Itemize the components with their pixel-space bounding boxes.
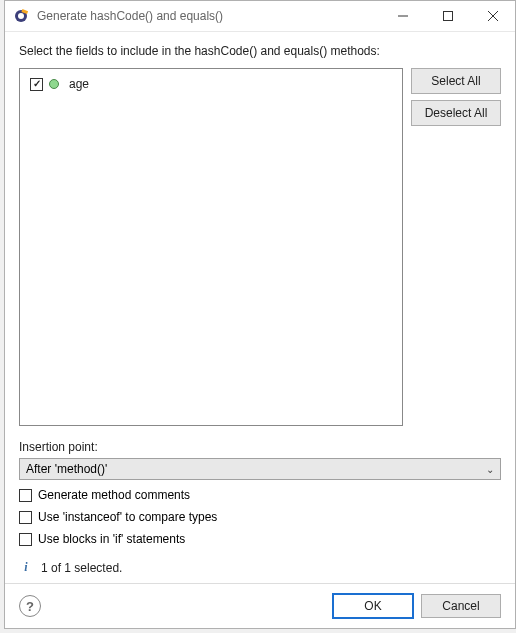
insertion-point-value: After 'method()': [26, 462, 107, 476]
svg-point-1: [18, 13, 24, 19]
titlebar: Generate hashCode() and equals(): [5, 1, 515, 32]
insertion-point-combo[interactable]: After 'method()' ⌄: [19, 458, 501, 480]
option-label: Generate method comments: [38, 488, 190, 502]
cancel-button[interactable]: Cancel: [421, 594, 501, 618]
field-item[interactable]: age: [26, 75, 396, 93]
ok-button[interactable]: OK: [333, 594, 413, 618]
app-icon: [13, 8, 29, 24]
side-buttons: Select All Deselect All: [411, 68, 501, 426]
close-button[interactable]: [470, 1, 515, 31]
svg-rect-4: [443, 12, 452, 21]
instruction-label: Select the fields to include in the hash…: [19, 44, 501, 58]
select-all-button[interactable]: Select All: [411, 68, 501, 94]
fields-list[interactable]: age: [19, 68, 403, 426]
status-row: i 1 of 1 selected.: [19, 560, 501, 575]
status-text: 1 of 1 selected.: [41, 561, 122, 575]
checkbox-icon[interactable]: [19, 489, 32, 502]
window-controls: [380, 1, 515, 31]
deselect-all-button[interactable]: Deselect All: [411, 100, 501, 126]
option-label: Use blocks in 'if' statements: [38, 532, 185, 546]
option-label: Use 'instanceof' to compare types: [38, 510, 217, 524]
minimize-button[interactable]: [380, 1, 425, 31]
dialog-window: Generate hashCode() and equals() Select …: [4, 0, 516, 629]
field-member-icon: [49, 79, 59, 89]
fields-row: age Select All Deselect All: [19, 68, 501, 426]
option-generate-comments[interactable]: Generate method comments: [19, 488, 501, 502]
dialog-content: Select the fields to include in the hash…: [5, 32, 515, 583]
maximize-button[interactable]: [425, 1, 470, 31]
window-title: Generate hashCode() and equals(): [37, 9, 380, 23]
option-use-blocks[interactable]: Use blocks in 'if' statements: [19, 532, 501, 546]
dialog-footer: ? OK Cancel: [5, 583, 515, 628]
info-icon: i: [19, 560, 33, 575]
checkbox-icon[interactable]: [19, 533, 32, 546]
option-use-instanceof[interactable]: Use 'instanceof' to compare types: [19, 510, 501, 524]
field-name-label: age: [69, 77, 89, 91]
help-button[interactable]: ?: [19, 595, 41, 617]
checkbox-icon[interactable]: [19, 511, 32, 524]
insertion-point-label: Insertion point:: [19, 440, 501, 454]
chevron-down-icon: ⌄: [486, 464, 494, 475]
field-checkbox[interactable]: [30, 78, 43, 91]
